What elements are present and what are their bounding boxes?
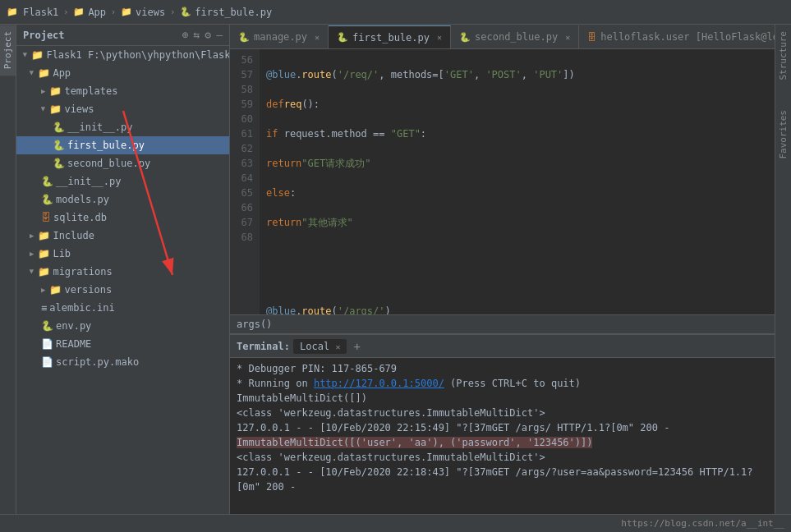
top-bar-views-label: views <box>136 7 165 18</box>
tree-item-versions[interactable]: ▶ 📁 versions <box>16 281 229 299</box>
code-line-58: if request.method == "GET": <box>266 126 768 141</box>
terminal-line-8: 127.0.0.1 - - [10/Feb/2020 22:18:43] "?[… <box>237 465 768 494</box>
tree-label-versions: versions <box>64 284 112 296</box>
code-line-64: @blue.route('/args/') <box>266 304 768 314</box>
top-bar-views[interactable]: 📁 views <box>121 7 165 18</box>
tab-close-first[interactable]: ✕ <box>437 33 442 42</box>
ini-icon-alembic: ≡ <box>41 302 47 314</box>
tab-second-blue[interactable]: 🐍 second_blue.py ✕ <box>451 25 579 48</box>
tree-item-env[interactable]: 🐍 env.py <box>16 317 229 335</box>
vtab-favorites[interactable]: Favorites <box>775 103 791 166</box>
db-icon-sqlite: 🗄 <box>41 212 51 223</box>
tree-item-sqlite[interactable]: 🗄 sqlite.db <box>16 209 229 227</box>
chevron-include: ▶ <box>30 232 34 240</box>
tree-item-flask1[interactable]: ▶ 📁 Flask1 F:\python\yhpython\Flask1 <box>16 46 229 64</box>
top-bar-app[interactable]: 📁 App <box>73 7 106 18</box>
tab-label-manage: manage.py <box>254 31 307 43</box>
py-icon-first-bule: 🐍 <box>53 140 65 151</box>
vertical-tabs-left: Project <box>0 25 16 514</box>
tab-manage[interactable]: 🐍 manage.py ✕ <box>230 25 329 48</box>
tree-item-models[interactable]: 🐍 models.py <box>16 190 229 209</box>
code-editor[interactable]: 56 57 58 59 60 61 62 63 64 65 66 67 68 @… <box>230 49 775 314</box>
right-tabs: Structure Favorites <box>775 25 791 514</box>
chevron-templates: ▶ <box>41 87 45 95</box>
terminal-line-5: 127.0.0.1 - - [10/Feb/2020 22:15:49] "?[… <box>237 420 768 435</box>
status-right: https://blog.csdn.net/a__int__ <box>621 518 784 529</box>
function-label-text: args() <box>237 319 272 330</box>
folder-icon-templates: 📁 <box>49 85 62 97</box>
top-bar-flask1[interactable]: Flask1 <box>23 7 58 18</box>
tree-label-first-bule: first_bule.py <box>67 140 145 151</box>
tab-first-bule[interactable]: 🐍 first_bule.py ✕ <box>329 25 451 48</box>
code-line-57: def req(): <box>266 97 768 112</box>
line-numbers: 56 57 58 59 60 61 62 63 64 65 66 67 68 <box>230 49 260 314</box>
editor-area: 🐍 manage.py ✕ 🐍 first_bule.py ✕ 🐍 second… <box>230 25 775 514</box>
sidebar: Project ⊕ ⇆ ⚙ — ▶ 📁 Flask1 F:\python\yhp… <box>16 25 230 514</box>
terminal-add-button[interactable]: + <box>353 340 360 353</box>
terminal-highlighted-line: ImmutableMultiDict([('user', 'aa'), ('pa… <box>237 437 592 448</box>
tree-label-flask1: Flask1 F:\python\yhpython\Flask1 <box>46 49 229 61</box>
tree-item-views[interactable]: ▶ 📁 views <box>16 100 229 118</box>
file-py-icon: 🐍 <box>180 7 191 17</box>
top-bar-sep3: › <box>170 7 175 16</box>
tab-helloflask[interactable]: 🗄 helloflask.user [HelloFlask@localhost]… <box>579 25 775 48</box>
code-line-60: else: <box>266 186 768 200</box>
tab-label-hello: helloflask.user [HelloFlask@localhost] <box>600 31 775 43</box>
terminal-tab-bar: Terminal: Local ✕ + <box>230 335 775 358</box>
views-folder-icon: 📁 <box>121 7 132 17</box>
vtab-structure[interactable]: Structure <box>775 25 791 87</box>
sidebar-title: Project <box>23 30 65 41</box>
tree-item-include[interactable]: ▶ 📁 Include <box>16 227 229 245</box>
top-bar-file-label: first_bule.py <box>195 7 272 18</box>
tree-item-init-app[interactable]: 🐍 __init__.py <box>16 172 229 190</box>
tree-label-env: env.py <box>56 320 91 332</box>
tree-item-alembic[interactable]: ≡ alembic.ini <box>16 299 229 317</box>
tab-close-second[interactable]: ✕ <box>565 33 570 42</box>
tree-label-init-views: __init__.py <box>67 122 132 133</box>
terminal-line-3: ImmutableMultiDict([]) <box>237 391 768 406</box>
tree-label-init-app: __init__.py <box>56 176 121 187</box>
tree-item-first-bule[interactable]: 🐍 first_bule.py <box>16 136 229 154</box>
sidebar-collapse-icon[interactable]: ⇆ <box>194 29 200 41</box>
chevron-views: ▶ <box>39 107 48 111</box>
folder-icon-versions: 📁 <box>49 284 62 296</box>
vtab-project[interactable]: Project <box>0 25 16 76</box>
terminal-link[interactable]: http://127.0.0.1:5000/ <box>314 378 444 389</box>
tree-item-app[interactable]: ▶ 📁 App <box>16 64 229 82</box>
code-line-56: @blue.route('/req/', methods=['GET', 'PO… <box>266 67 768 82</box>
terminal-line-6: ImmutableMultiDict([('user', 'aa'), ('pa… <box>237 435 768 450</box>
tree-item-script[interactable]: 📄 script.py.mako <box>16 353 229 371</box>
chevron-app: ▶ <box>28 71 36 75</box>
terminal-content: * Debugger PIN: 117-865-679 * Running on… <box>230 358 775 514</box>
tab-close-manage[interactable]: ✕ <box>315 33 320 42</box>
terminal-tab-local[interactable]: Local ✕ <box>293 339 347 354</box>
sidebar-locate-icon[interactable]: ⊕ <box>182 29 189 41</box>
tree-item-second-blue[interactable]: 🐍 second_blue.py <box>16 154 229 172</box>
py-icon-env: 🐍 <box>41 320 53 332</box>
sidebar-close-icon[interactable]: — <box>216 29 223 41</box>
code-line-61: return "其他请求" <box>266 215 768 230</box>
terminal-line-4: <class 'werkzeug.datastructures.Immutabl… <box>237 406 768 420</box>
tree-label-lib: Lib <box>53 248 71 259</box>
tab-py-icon-first: 🐍 <box>337 32 348 43</box>
tree-label-migrations: migrations <box>53 266 112 277</box>
top-bar-file[interactable]: 🐍 first_bule.py <box>180 7 272 18</box>
sidebar-settings-icon[interactable]: ⚙ <box>205 29 211 41</box>
tab-py-icon-second: 🐍 <box>459 32 471 43</box>
tree-item-readme[interactable]: 📄 README <box>16 335 229 353</box>
tree-item-init-views[interactable]: 🐍 __init__.py <box>16 118 229 136</box>
tree-item-migrations[interactable]: ▶ 📁 migrations <box>16 263 229 281</box>
tree-label-templates: templates <box>64 85 117 97</box>
flask1-folder-icon: 📁 <box>7 7 18 17</box>
txt-icon-readme: 📄 <box>41 338 53 350</box>
terminal-tab-close[interactable]: ✕ <box>335 342 340 351</box>
code-content: @blue.route('/req/', methods=['GET', 'PO… <box>260 49 775 314</box>
chevron-lib: ▶ <box>30 250 34 258</box>
tree-item-lib[interactable]: ▶ 📁 Lib <box>16 245 229 263</box>
py-icon-second-blue: 🐍 <box>53 158 65 169</box>
tree-item-templates[interactable]: ▶ 📁 templates <box>16 82 229 100</box>
top-bar-sep2: › <box>111 7 116 16</box>
tree-label-script: script.py.mako <box>56 356 139 368</box>
tree-label-models: models.py <box>56 194 109 205</box>
folder-icon-include: 📁 <box>38 230 50 241</box>
